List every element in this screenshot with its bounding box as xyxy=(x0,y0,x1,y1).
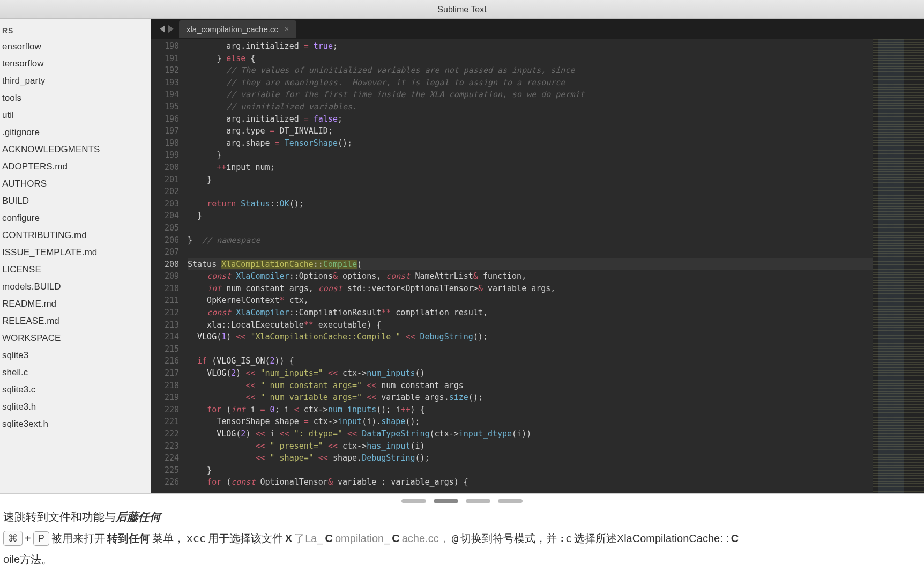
code-line[interactable]: VLOG(2) << i << ": dtype=" << DataTypeSt… xyxy=(188,428,873,440)
line-gutter[interactable]: 1901911921931941951961971981992002012022… xyxy=(151,39,184,493)
sidebar-item[interactable]: configure xyxy=(0,210,151,227)
line-number[interactable]: 222 xyxy=(151,428,179,440)
code-line[interactable]: } xyxy=(188,210,873,222)
sidebar-item[interactable]: ACKNOWLEDGMENTS xyxy=(0,141,151,158)
code-line[interactable] xyxy=(188,186,873,198)
sidebar-item[interactable]: sqlite3.c xyxy=(0,381,151,398)
sidebar-item[interactable]: sqlite3ext.h xyxy=(0,416,151,433)
code-line[interactable]: VLOG(2) << "num_inputs=" << ctx->num_inp… xyxy=(188,367,873,380)
code-line[interactable]: // they are meaningless. However, it is … xyxy=(188,77,873,89)
line-number[interactable]: 199 xyxy=(151,149,179,161)
sidebar-item[interactable]: util xyxy=(0,107,151,124)
nav-back-icon[interactable] xyxy=(160,25,165,33)
sidebar-item[interactable]: third_party xyxy=(0,72,151,90)
line-number[interactable]: 200 xyxy=(151,161,179,174)
line-number[interactable]: 215 xyxy=(151,343,179,355)
line-number[interactable]: 225 xyxy=(151,464,179,477)
sidebar-item[interactable]: sqlite3.h xyxy=(0,398,151,416)
line-number[interactable]: 209 xyxy=(151,270,179,283)
nav-forward-icon[interactable] xyxy=(168,25,174,33)
code-line[interactable]: TensorShape shape = ctx->input(i).shape(… xyxy=(188,416,873,428)
code-line[interactable]: arg.type = DT_INVALID; xyxy=(188,125,873,137)
code-line[interactable]: } xyxy=(188,464,873,477)
line-number[interactable]: 212 xyxy=(151,307,179,319)
line-number[interactable]: 218 xyxy=(151,380,179,392)
close-icon[interactable]: × xyxy=(285,25,289,33)
code-line[interactable]: } // namespace xyxy=(188,234,873,247)
line-number[interactable]: 191 xyxy=(151,53,179,65)
code-line[interactable]: // uninitialized variables. xyxy=(188,101,873,113)
line-number[interactable]: 207 xyxy=(151,246,179,258)
code-line[interactable]: xla::LocalExecutable** executable) { xyxy=(188,319,873,331)
code-line[interactable]: const XlaCompiler::CompilationResult** c… xyxy=(188,307,873,319)
code-area[interactable]: arg.initialized = true; } else { // The … xyxy=(184,39,873,493)
code-line[interactable]: arg.initialized = true; xyxy=(188,40,873,53)
line-number[interactable]: 211 xyxy=(151,294,179,307)
code-line[interactable]: int num_constant_args, const std::vector… xyxy=(188,283,873,295)
code-line[interactable]: OpKernelContext* ctx, xyxy=(188,294,873,307)
page-dot[interactable] xyxy=(434,499,458,503)
line-number[interactable]: 226 xyxy=(151,476,179,488)
code-line[interactable] xyxy=(188,222,873,234)
sidebar-item[interactable]: AUTHORS xyxy=(0,175,151,192)
code-line[interactable] xyxy=(188,343,873,355)
line-number[interactable]: 224 xyxy=(151,452,179,464)
line-number[interactable]: 202 xyxy=(151,186,179,198)
code-line[interactable] xyxy=(188,246,873,258)
sidebar-item[interactable]: LICENSE xyxy=(0,261,151,278)
code-line[interactable]: arg.shape = TensorShape(); xyxy=(188,137,873,150)
code-line[interactable]: // variable for the first time inside th… xyxy=(188,88,873,101)
line-number[interactable]: 197 xyxy=(151,125,179,137)
line-number[interactable]: 193 xyxy=(151,77,179,89)
code-line[interactable]: << " num_constant_args=" << num_constant… xyxy=(188,380,873,392)
line-number[interactable]: 217 xyxy=(151,367,179,380)
code-line[interactable]: << " present=" << ctx->has_input(i) xyxy=(188,440,873,453)
code-line[interactable]: } xyxy=(188,174,873,186)
page-dot[interactable] xyxy=(498,499,523,503)
sidebar-item[interactable]: BUILD xyxy=(0,192,151,210)
code-line[interactable]: arg.initialized = false; xyxy=(188,113,873,125)
code-line[interactable]: << " num_variable_args=" << variable_arg… xyxy=(188,391,873,404)
line-number[interactable]: 208 xyxy=(151,258,179,271)
line-number[interactable]: 214 xyxy=(151,331,179,343)
sidebar-item[interactable]: .gitignore xyxy=(0,124,151,141)
code-line[interactable]: return Status::OK(); xyxy=(188,198,873,210)
line-number[interactable]: 203 xyxy=(151,198,179,210)
sidebar-item[interactable]: ensorflow xyxy=(0,38,151,55)
code-line[interactable]: // The values of uninitialized variables… xyxy=(188,64,873,77)
sidebar[interactable]: RS ensorflowtensorflowthird_partytoolsut… xyxy=(0,19,151,493)
line-number[interactable]: 205 xyxy=(151,222,179,234)
code-line[interactable]: Status XlaCompilationCache::Compile( xyxy=(188,258,873,271)
code-line[interactable]: << " shape=" << shape.DebugString(); xyxy=(188,452,873,464)
line-number[interactable]: 190 xyxy=(151,40,179,53)
sidebar-item[interactable]: tools xyxy=(0,90,151,107)
tab-active[interactable]: xla_compilation_cache.cc × xyxy=(179,20,296,38)
sidebar-item[interactable]: RELEASE.md xyxy=(0,313,151,330)
sidebar-item[interactable]: WORKSPACE xyxy=(0,330,151,347)
code-line[interactable]: ++input_num; xyxy=(188,161,873,174)
code-line[interactable]: for (const OptionalTensor& variable : va… xyxy=(188,476,873,488)
sidebar-item[interactable]: ADOPTERS.md xyxy=(0,158,151,175)
minimap[interactable] xyxy=(873,39,924,493)
line-number[interactable]: 210 xyxy=(151,283,179,295)
line-number[interactable]: 221 xyxy=(151,416,179,428)
code-line[interactable]: VLOG(1) << "XlaCompilationCache::Compile… xyxy=(188,331,873,343)
sidebar-item[interactable]: sqlite3 xyxy=(0,347,151,364)
line-number[interactable]: 204 xyxy=(151,210,179,222)
code-line[interactable]: } else { xyxy=(188,53,873,65)
sidebar-item[interactable]: README.md xyxy=(0,295,151,313)
line-number[interactable]: 223 xyxy=(151,440,179,453)
line-number[interactable]: 213 xyxy=(151,319,179,331)
sidebar-item[interactable]: CONTRIBUTING.md xyxy=(0,227,151,244)
page-dot[interactable] xyxy=(401,499,426,503)
line-number[interactable]: 201 xyxy=(151,174,179,186)
line-number[interactable]: 196 xyxy=(151,113,179,125)
code-line[interactable]: const XlaCompiler::Options& options, con… xyxy=(188,270,873,283)
line-number[interactable]: 194 xyxy=(151,88,179,101)
line-number[interactable]: 220 xyxy=(151,404,179,416)
sidebar-item[interactable]: shell.c xyxy=(0,364,151,381)
page-dot[interactable] xyxy=(466,499,490,503)
code-line[interactable]: } xyxy=(188,149,873,161)
line-number[interactable]: 195 xyxy=(151,101,179,113)
sidebar-item[interactable]: tensorflow xyxy=(0,55,151,72)
